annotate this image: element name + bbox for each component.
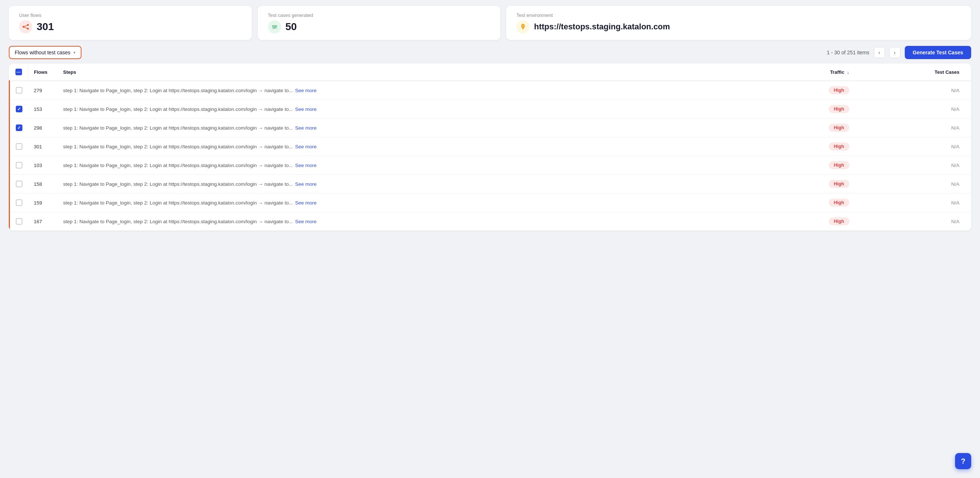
traffic-badge: High bbox=[829, 180, 850, 188]
col-header-flows: Flows bbox=[28, 64, 57, 81]
col-header-testcases: Test Cases bbox=[858, 64, 971, 81]
table-row: 153step 1: Navigate to Page_login, step … bbox=[10, 100, 972, 119]
test-environment-url: https://testops.staging.katalon.com bbox=[534, 22, 670, 32]
row-steps-text: step 1: Navigate to Page_login, step 2: … bbox=[63, 182, 293, 187]
row-checkbox-cell bbox=[10, 193, 28, 212]
row-test-cases: N/A bbox=[858, 119, 971, 137]
table-row: 158step 1: Navigate to Page_login, step … bbox=[10, 175, 972, 193]
row-steps-text: step 1: Navigate to Page_login, step 2: … bbox=[63, 107, 293, 112]
test-environment-label: Test environment bbox=[516, 13, 961, 18]
table-row: 159step 1: Navigate to Page_login, step … bbox=[10, 193, 972, 212]
row-traffic: High bbox=[764, 119, 858, 137]
traffic-badge: High bbox=[829, 105, 850, 113]
row-steps: step 1: Navigate to Page_login, step 2: … bbox=[57, 193, 764, 212]
chevron-down-icon: ▾ bbox=[73, 50, 76, 55]
row-traffic: High bbox=[764, 156, 858, 175]
pagination-text: 1 - 30 of 251 items bbox=[827, 49, 870, 56]
row-checkbox-cell bbox=[10, 119, 28, 137]
row-test-cases: N/A bbox=[858, 100, 971, 119]
row-checkbox-cell bbox=[10, 81, 28, 100]
pagination-next-button[interactable]: › bbox=[889, 47, 900, 58]
row-checkbox-cell bbox=[10, 175, 28, 193]
svg-line-4 bbox=[24, 27, 27, 28]
see-more-link[interactable]: See more bbox=[293, 182, 317, 187]
row-checkbox[interactable] bbox=[16, 162, 22, 169]
pagination-group: 1 - 30 of 251 items ‹ › Generate Test Ca… bbox=[827, 46, 971, 59]
row-checkbox[interactable] bbox=[16, 218, 22, 225]
row-steps-text: step 1: Navigate to Page_login, step 2: … bbox=[63, 163, 293, 168]
row-steps-text: step 1: Navigate to Page_login, step 2: … bbox=[63, 125, 293, 131]
svg-point-2 bbox=[27, 28, 29, 30]
col-header-traffic: Traffic ↓ bbox=[764, 64, 858, 81]
main-container: User flows 301 Test cases generated bbox=[0, 0, 980, 478]
row-steps: step 1: Navigate to Page_login, step 2: … bbox=[57, 137, 764, 156]
col-header-steps: Steps bbox=[57, 64, 764, 81]
table-header-row: Flows Steps Traffic ↓ Test Cases bbox=[10, 64, 972, 81]
header-checkbox-col[interactable] bbox=[10, 64, 28, 81]
traffic-badge: High bbox=[829, 86, 850, 94]
row-checkbox[interactable] bbox=[16, 181, 22, 187]
test-environment-card: Test environment https://testops.staging… bbox=[506, 6, 971, 40]
pagination-prev-button[interactable]: ‹ bbox=[874, 47, 885, 58]
test-cases-value: 50 bbox=[286, 21, 297, 33]
header-checkbox[interactable] bbox=[16, 69, 22, 75]
filter-row: Flows without test cases ▾ 1 - 30 of 251… bbox=[9, 46, 971, 59]
row-test-cases: N/A bbox=[858, 175, 971, 193]
row-steps-text: step 1: Navigate to Page_login, step 2: … bbox=[63, 200, 293, 206]
test-cases-icon bbox=[268, 20, 281, 33]
see-more-link[interactable]: See more bbox=[293, 144, 317, 150]
row-traffic: High bbox=[764, 175, 858, 193]
traffic-badge: High bbox=[829, 124, 850, 132]
row-checkbox[interactable] bbox=[16, 199, 22, 206]
row-flow-number: 153 bbox=[28, 100, 57, 119]
row-steps-text: step 1: Navigate to Page_login, step 2: … bbox=[63, 144, 293, 150]
table-row: 103step 1: Navigate to Page_login, step … bbox=[10, 156, 972, 175]
see-more-link[interactable]: See more bbox=[293, 88, 317, 93]
see-more-link[interactable]: See more bbox=[293, 219, 317, 224]
test-environment-icon bbox=[516, 20, 530, 33]
table-row: 279step 1: Navigate to Page_login, step … bbox=[10, 81, 972, 100]
row-steps: step 1: Navigate to Page_login, step 2: … bbox=[57, 81, 764, 100]
see-more-link[interactable]: See more bbox=[293, 200, 317, 206]
row-test-cases: N/A bbox=[858, 137, 971, 156]
svg-point-0 bbox=[23, 26, 25, 28]
row-traffic: High bbox=[764, 81, 858, 100]
row-test-cases: N/A bbox=[858, 81, 971, 100]
table-wrapper: Flows Steps Traffic ↓ Test Cases 279step… bbox=[9, 64, 971, 231]
row-checkbox[interactable] bbox=[16, 87, 22, 94]
row-flow-number: 301 bbox=[28, 137, 57, 156]
row-test-cases: N/A bbox=[858, 156, 971, 175]
filter-label: Flows without test cases bbox=[15, 49, 70, 56]
generate-test-cases-button[interactable]: Generate Test Cases bbox=[905, 46, 971, 59]
row-steps-text: step 1: Navigate to Page_login, step 2: … bbox=[63, 88, 293, 93]
filter-dropdown[interactable]: Flows without test cases ▾ bbox=[9, 46, 81, 59]
flows-table: Flows Steps Traffic ↓ Test Cases 279step… bbox=[9, 64, 971, 231]
row-steps: step 1: Navigate to Page_login, step 2: … bbox=[57, 175, 764, 193]
see-more-link[interactable]: See more bbox=[293, 107, 317, 112]
traffic-badge: High bbox=[829, 217, 850, 225]
row-traffic: High bbox=[764, 100, 858, 119]
row-flow-number: 279 bbox=[28, 81, 57, 100]
svg-rect-5 bbox=[272, 25, 277, 29]
traffic-sort-icon: ↓ bbox=[847, 70, 850, 75]
row-flow-number: 167 bbox=[28, 212, 57, 231]
row-steps: step 1: Navigate to Page_login, step 2: … bbox=[57, 212, 764, 231]
see-more-link[interactable]: See more bbox=[293, 125, 317, 131]
row-checkbox[interactable] bbox=[16, 124, 22, 131]
traffic-badge: High bbox=[829, 199, 850, 207]
row-steps: step 1: Navigate to Page_login, step 2: … bbox=[57, 156, 764, 175]
row-traffic: High bbox=[764, 212, 858, 231]
test-cases-card: Test cases generated 50 bbox=[258, 6, 501, 40]
row-checkbox[interactable] bbox=[16, 106, 22, 112]
row-steps-text: step 1: Navigate to Page_login, step 2: … bbox=[63, 219, 293, 224]
row-checkbox[interactable] bbox=[16, 143, 22, 150]
row-traffic: High bbox=[764, 193, 858, 212]
row-flow-number: 159 bbox=[28, 193, 57, 212]
table-row: 167step 1: Navigate to Page_login, step … bbox=[10, 212, 972, 231]
see-more-link[interactable]: See more bbox=[293, 163, 317, 168]
traffic-badge: High bbox=[829, 161, 850, 169]
row-flow-number: 103 bbox=[28, 156, 57, 175]
user-flows-label: User flows bbox=[19, 13, 242, 18]
row-steps: step 1: Navigate to Page_login, step 2: … bbox=[57, 100, 764, 119]
help-button[interactable]: ? bbox=[955, 453, 971, 469]
